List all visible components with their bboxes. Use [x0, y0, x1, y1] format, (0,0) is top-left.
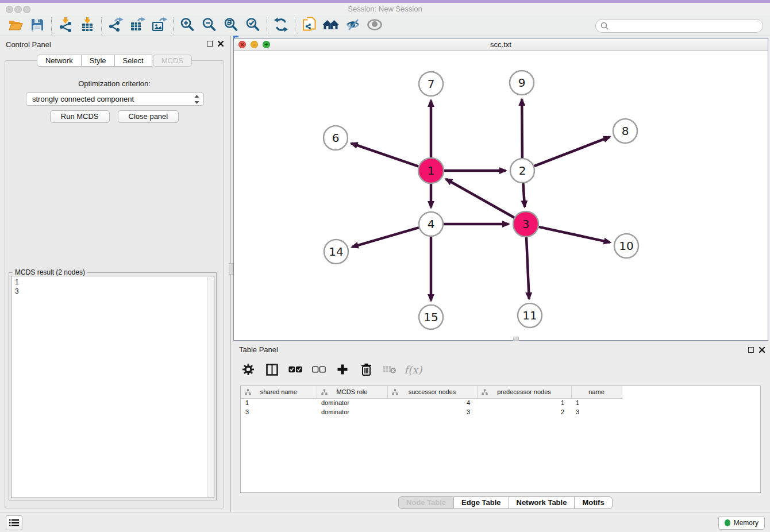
graph-edge-2-8[interactable] [534, 137, 610, 166]
table-settings-button[interactable] [241, 363, 255, 376]
graph-node-6[interactable]: 6 [324, 126, 348, 150]
tab-node-table[interactable]: Node Table [398, 496, 454, 509]
add-row-button[interactable] [336, 363, 349, 376]
open-session-button[interactable] [5, 17, 26, 35]
tree-icon [392, 389, 398, 396]
graph-edge-2-3[interactable] [523, 183, 525, 207]
import-table-button[interactable] [76, 17, 98, 35]
show-hidden-button[interactable] [364, 17, 386, 35]
zoom-fit-button[interactable] [220, 17, 242, 35]
table-cell[interactable]: dominator [317, 407, 387, 417]
column-header-predecessor-nodes[interactable]: predecessor nodes [477, 386, 571, 398]
horizontal-splitter-grip[interactable] [513, 337, 519, 341]
zoom-selected-button[interactable] [242, 17, 264, 35]
graph-edge-3-10[interactable] [538, 227, 610, 242]
deselect-all-columns-button[interactable] [312, 363, 326, 376]
list-icon [9, 519, 19, 527]
table-cell[interactable]: 1 [477, 398, 571, 407]
mcds-result-scrollbar[interactable] [207, 276, 214, 498]
tab-edge-table[interactable]: Edge Table [454, 496, 509, 509]
graph-node-9[interactable]: 9 [510, 71, 534, 95]
graph-edge-3-11[interactable] [526, 237, 529, 299]
graph-node-7[interactable]: 7 [419, 72, 443, 96]
memory-button[interactable]: Memory [718, 516, 765, 530]
run-mcds-button[interactable]: Run MCDS [50, 110, 110, 123]
graph-node-15[interactable]: 15 [419, 305, 443, 329]
tab-style[interactable]: Style [82, 55, 115, 67]
graph-edge-1-6[interactable] [351, 143, 418, 166]
houses-icon [322, 18, 340, 34]
table-cell[interactable]: 2 [477, 407, 571, 417]
zoom-in-button[interactable] [176, 17, 198, 35]
duplicate-network-button[interactable] [298, 17, 320, 35]
close-panel-button[interactable]: Close panel [118, 110, 179, 123]
close-panel-icon[interactable] [217, 40, 224, 47]
apply-layout-button[interactable] [270, 17, 292, 35]
apply-function-button[interactable]: f(x) [406, 363, 420, 376]
export-network-button[interactable] [105, 17, 126, 35]
table-row[interactable]: 1dominator411 [241, 398, 622, 407]
dropdown-stepper-icon [194, 95, 199, 107]
table-cell[interactable]: 4 [387, 398, 477, 407]
tab-network[interactable]: Network [37, 55, 82, 67]
graph-node-2[interactable]: 2 [510, 159, 534, 183]
column-header-mcds-role[interactable]: MCDS role [317, 386, 387, 398]
graph-edge-2-9[interactable] [522, 99, 522, 158]
table-cell[interactable]: 3 [571, 407, 622, 417]
network-graph[interactable]: 7968124314101511 [234, 51, 768, 340]
unchecked-boxes-icon [312, 366, 326, 373]
select-all-columns-button[interactable] [288, 363, 302, 376]
tab-network-table[interactable]: Network Table [509, 496, 575, 509]
graph-node-10[interactable]: 10 [614, 234, 638, 258]
table-cell[interactable]: 3 [387, 407, 477, 417]
zoom-out-button[interactable] [198, 17, 220, 35]
criterion-dropdown[interactable]: strongly connected component [26, 92, 204, 106]
column-header-successor-nodes[interactable]: successor nodes [387, 386, 477, 398]
delete-table-button[interactable] [383, 363, 396, 376]
float-table-panel-icon[interactable] [748, 347, 754, 353]
export-image-button[interactable] [148, 17, 170, 35]
delete-row-button[interactable] [359, 363, 373, 376]
hide-selected-button[interactable] [342, 17, 364, 35]
tab-select[interactable]: Select [115, 55, 152, 67]
table-row[interactable]: 3dominator323 [241, 407, 622, 417]
column-header-shared-name[interactable]: shared name [241, 386, 317, 398]
float-panel-icon[interactable] [207, 41, 213, 47]
network-canvas[interactable]: 7968124314101511 [234, 51, 768, 340]
column-header-name[interactable]: name [571, 386, 622, 398]
graph-edge-4-14[interactable] [352, 228, 419, 247]
delete-table-icon [383, 365, 396, 374]
node-table-area[interactable]: shared name MCDS role successor nodes pr… [240, 385, 761, 493]
table-cell[interactable]: 1 [571, 398, 622, 407]
show-all-networks-button[interactable] [320, 17, 342, 35]
graph-node-3[interactable]: 3 [513, 211, 538, 237]
column-layout-button[interactable] [265, 363, 279, 376]
vertical-splitter[interactable] [229, 36, 233, 512]
close-table-panel-icon[interactable] [759, 346, 765, 353]
graph-node-11[interactable]: 11 [518, 303, 542, 327]
table-cell[interactable]: 3 [241, 407, 317, 417]
network-window-titlebar[interactable]: ✕ − + scc.txt [234, 38, 768, 51]
tab-motifs[interactable]: Motifs [575, 496, 612, 509]
graph-node-label: 4 [428, 217, 435, 231]
graph-node-1[interactable]: 1 [418, 158, 444, 183]
table-cell[interactable]: dominator [317, 398, 387, 407]
export-table-button[interactable] [126, 17, 148, 35]
import-network-button[interactable] [55, 17, 76, 35]
graph-node-8[interactable]: 8 [613, 119, 637, 143]
splitter-grip[interactable] [229, 263, 233, 275]
graph-edge-3-1[interactable] [446, 179, 514, 218]
search-input[interactable] [595, 19, 763, 33]
table-cell[interactable]: 1 [241, 398, 317, 407]
zoom-fit-icon [224, 17, 238, 34]
tree-icon [321, 389, 328, 396]
graph-node-14[interactable]: 14 [324, 240, 348, 264]
titlebar[interactable]: Session: New Session [0, 3, 770, 16]
task-history-button[interactable] [6, 515, 22, 530]
graph-node-4[interactable]: 4 [419, 212, 443, 236]
save-session-button[interactable] [26, 17, 48, 35]
gear-icon [242, 364, 254, 375]
graph-node-label: 14 [329, 245, 343, 259]
mcds-result-text[interactable]: 1 3 [11, 276, 214, 498]
tab-mcds[interactable]: MCDS [153, 55, 192, 67]
